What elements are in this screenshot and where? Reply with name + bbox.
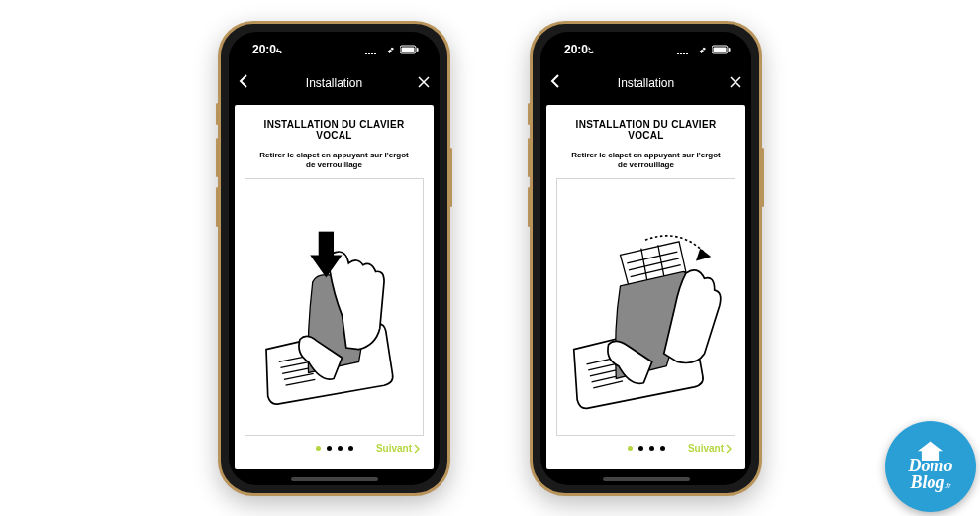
dot[interactable] (338, 446, 343, 451)
next-label: Suivant (688, 443, 724, 454)
svg-rect-15 (683, 48, 685, 54)
dot[interactable] (660, 446, 665, 451)
illustration-box (556, 178, 735, 435)
chevron-right-icon (726, 444, 732, 454)
phone-side-button (528, 103, 531, 125)
status-icons (677, 45, 735, 54)
content-card: INSTALLATION DU CLAVIER VOCAL Retirer le… (235, 105, 434, 469)
chevron-right-icon (414, 444, 420, 454)
next-button[interactable]: Suivant (376, 443, 420, 454)
signal-icon (677, 45, 691, 54)
svg-rect-18 (714, 47, 727, 52)
card-footer: Suivant (556, 436, 735, 462)
phone-side-button (528, 138, 531, 177)
house-icon (918, 441, 943, 461)
phone-mockup-right: 20:05 Installation INSTALLATION DU CLAVI… (530, 21, 762, 496)
chevron-left-icon (550, 73, 560, 89)
content-card: INSTALLATION DU CLAVIER VOCAL Retirer le… (546, 105, 745, 469)
next-label: Suivant (376, 443, 412, 454)
back-button[interactable] (550, 73, 560, 94)
svg-rect-0 (365, 52, 367, 54)
svg-rect-13 (677, 52, 679, 54)
svg-rect-14 (680, 50, 682, 54)
page-heading: INSTALLATION DU CLAVIER VOCAL (556, 119, 735, 141)
card-footer: Suivant (245, 436, 424, 462)
close-icon (418, 76, 430, 88)
phone-side-button (528, 187, 531, 227)
pagination-dots (628, 446, 665, 451)
svg-rect-2 (371, 48, 373, 54)
nav-bar: Installation (229, 67, 440, 99)
status-bar: 20:04 (229, 32, 440, 67)
phone-side-button (216, 187, 219, 227)
status-bar: 20:05 (540, 32, 751, 67)
phone-screen: 20:05 Installation INSTALLATION DU CLAVI… (540, 32, 751, 485)
home-indicator[interactable] (291, 477, 378, 481)
svg-rect-3 (374, 46, 376, 54)
pagination-dots (316, 446, 353, 451)
status-icons (365, 45, 424, 54)
svg-rect-1 (368, 50, 370, 54)
home-indicator[interactable] (603, 477, 690, 481)
svg-rect-19 (729, 48, 731, 52)
wifi-icon (695, 45, 708, 54)
page-heading: INSTALLATION DU CLAVIER VOCAL (245, 119, 424, 141)
phone-side-button (449, 148, 452, 207)
back-button[interactable] (239, 73, 248, 94)
dot-active[interactable] (628, 446, 633, 451)
svg-rect-16 (686, 46, 688, 54)
instruction-text: Retirer le clapet en appuyant sur l'ergo… (556, 151, 735, 171)
battery-icon (712, 45, 732, 54)
svg-rect-5 (402, 47, 415, 52)
keypad-illustration-step2 (561, 186, 730, 428)
chevron-left-icon (239, 73, 248, 89)
logo-line2: Blog (910, 472, 944, 492)
domoblog-logo: Domo Blog.fr (885, 421, 976, 512)
phone-side-button (216, 138, 219, 177)
next-button[interactable]: Suivant (688, 443, 732, 454)
wifi-icon (383, 45, 396, 54)
dot-active[interactable] (316, 446, 321, 451)
phone-side-button (216, 103, 219, 125)
svg-rect-6 (417, 48, 419, 52)
phone-screen: 20:04 Installation INSTALLATION DU CLAVI… (229, 32, 440, 485)
nav-title: Installation (618, 76, 674, 90)
status-time: 20:05 (556, 43, 595, 56)
nav-bar: Installation (540, 67, 751, 99)
close-icon (730, 76, 741, 88)
nav-title: Installation (306, 76, 362, 90)
battery-icon (400, 45, 420, 54)
phone-side-button (761, 148, 764, 207)
dot[interactable] (649, 446, 654, 451)
dot[interactable] (327, 446, 332, 451)
phone-mockup-left: 20:04 Installation INSTALLATION DU CLAVI… (218, 21, 450, 496)
svg-rect-12 (319, 231, 334, 257)
dot[interactable] (348, 446, 353, 451)
logo-suffix: .fr (944, 482, 950, 489)
close-button[interactable] (418, 75, 430, 91)
dot[interactable] (638, 446, 643, 451)
close-button[interactable] (730, 75, 741, 91)
signal-icon (365, 45, 379, 54)
instruction-text: Retirer le clapet en appuyant sur l'ergo… (245, 151, 424, 171)
illustration-box (245, 178, 424, 435)
keypad-illustration-step1 (249, 186, 418, 428)
status-time: 20:04 (245, 43, 283, 56)
